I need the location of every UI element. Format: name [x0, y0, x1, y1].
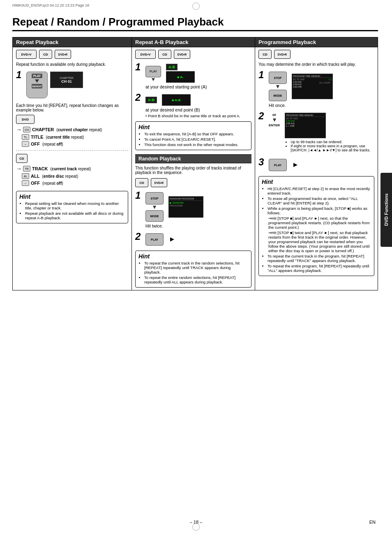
repeat-ab-header: Repeat A-B Playback [132, 37, 255, 47]
cd-icon-ab: CD [158, 50, 171, 59]
hint-list-repeat: Repeat setting will be cleared when movi… [19, 201, 125, 220]
random-step1-caption: Hit twice. [145, 223, 251, 228]
chapter-icon: CH [23, 127, 30, 132]
title-icon: TL [22, 134, 29, 140]
random-step1-num: 1 [135, 190, 143, 200]
ab-hint-1: To exit the sequence, hit [A-B] so that … [144, 132, 248, 136]
ab-step2: 2 A-B ■ A-B at your desired end point (B… [135, 93, 251, 118]
registration-mark-top [192, 2, 200, 10]
ab-hint-2: To cancel Point A, hit [CLEAR/C.RESET]. [144, 137, 248, 142]
step1-content: PLAY REPEAT CHAPTER CH 01 [26, 70, 128, 100]
random-intro: This function shuffles the playing order… [135, 166, 251, 175]
prog-step3: 3 PLAY [258, 157, 374, 173]
prog-step1: 1 STOP MODE PROGRAM TIME REMAIN [258, 70, 374, 108]
dvd-type-icon: DVD [16, 115, 35, 124]
prog-hint-list: Hit [CLEAR/C.RESET] at step 2) to erase … [262, 186, 371, 273]
disc-icons-random: CD DVD•R [135, 178, 251, 187]
hint-title-random: Hint [138, 253, 248, 260]
ab-step1-content: PLAY A-B ■ A- [145, 62, 251, 89]
track-icon: TR [23, 166, 30, 172]
dvdav-icon-ab: DVD•V [135, 50, 156, 59]
ab-hint-list: To exit the sequence, hit [A-B] so that … [138, 132, 248, 147]
random-step1-content: STOP MODE RANDOM PROGRAM ▶ RANDOM PROGRA… [145, 190, 251, 228]
ab-marker-a: A-B [166, 64, 178, 70]
random-hint-box: Hint To repeat the current track in the … [135, 251, 251, 288]
random-hint-2: To repeat the entire random selections, … [144, 275, 248, 284]
all-icon: AL [22, 173, 29, 179]
prog-note-1: Up to 99 tracks can be ordered. [291, 140, 374, 144]
programmed-intro: You may determine the order in which tra… [258, 62, 374, 67]
prog-step3-num: 3 [258, 157, 267, 167]
registration-mark-bottom [192, 523, 200, 531]
prog-step3-content: PLAY [269, 157, 374, 173]
prog-hint-4: ⇒Hit [STOP ■] and [PLAY ►] next, so that… [267, 216, 371, 230]
hint-item-1: Repeat setting will be cleared when movi… [25, 201, 125, 210]
ab-step1: 1 PLAY A-B ■ A- [135, 62, 251, 89]
ab-step2-num: 2 [135, 93, 143, 102]
ab-step2-content: A-B ■ A-B at your desired end point (B) … [145, 93, 251, 118]
remote-play-illus: PLAY REPEAT [26, 72, 48, 98]
off-icon-cd: – [22, 180, 29, 186]
hint-item-2: Repeat playback are not available with a… [25, 211, 125, 220]
page-footer-en: EN [369, 520, 376, 525]
ab-hint-box: Hint To exit the sequence, hit [A-B] so … [135, 121, 251, 150]
dvdr-icon-random: DVD•R [151, 178, 167, 187]
repeat-btn-illus: REPEAT [32, 84, 42, 88]
random-hint-1: To repeat the current track in the rando… [144, 261, 248, 274]
prog-step1-content: STOP MODE PROGRAM TIME REMAIN NO TR TIME [269, 70, 374, 108]
random-playback-header: Random Playback [135, 154, 251, 163]
random-step2: 2 PLAY [135, 232, 251, 247]
cd-icon-random: CD [135, 178, 148, 187]
repeat-playback-section: Repeat Playback DVD•V CD DVD•R Repeat fu… [13, 37, 132, 290]
play-btn-illus: PLAY [32, 74, 42, 78]
random-hint-list: To repeat the current track in the rando… [138, 261, 248, 284]
step1-number: 1 [16, 70, 24, 80]
dvdav-icon: DVD•V [16, 50, 37, 59]
prog-hint-6: To repeat the current track in the progr… [267, 254, 371, 263]
ab-step1-caption: at your desired starting point (A) [145, 84, 251, 89]
prog-step2: 2 or ENTER PROGRAM TIME REMAIN [258, 111, 374, 154]
chapter-display: CHAPTER CH 01 [50, 72, 83, 88]
random-step2-content: PLAY [145, 232, 251, 247]
ab-point-note: • Point B should be in the same title or… [145, 114, 251, 118]
prog-note-2: If eight or more tracks were in a progra… [291, 144, 374, 152]
dvdr-icon-ab: DVD•R [174, 50, 190, 59]
ab-step1-num: 1 [135, 62, 143, 72]
prog-step1-num: 1 [258, 70, 267, 80]
dvdr-icon: DVD•R [55, 50, 71, 59]
prog-step2-content: or ENTER PROGRAM TIME REMAIN NO TR TIME [269, 111, 374, 154]
repeat-desc: Each time you hit [REPEAT], repeat funct… [16, 103, 128, 112]
cd-icon: CD [39, 50, 52, 59]
prog-hint-1: Hit [CLEAR/C.RESET] at step 2) to erase … [267, 186, 371, 195]
prog-step1-caption: Hit once. [269, 103, 374, 108]
disc-icons-ab: DVD•V CD DVD•R [135, 50, 251, 59]
prog-hint-3: While a program is being played back, [S… [267, 206, 371, 215]
repeat-intro: Repeat function is available only during… [16, 62, 128, 67]
dvdr-icon-prog: DVD•R [274, 50, 291, 59]
disc-icons-programmed: CD DVD•R [258, 50, 374, 59]
cd-type-icon: CD [16, 154, 28, 163]
dvd-repeat-diagram: → CH CHAPTER (current chapter repeat) TL… [16, 126, 128, 147]
hint-title-repeat: Hint [19, 193, 125, 200]
repeat-hint-box: Hint Repeat setting will be cleared when… [16, 191, 128, 223]
dvd-functions-tab: DVD Functions [380, 173, 392, 247]
file-info: H98K0UD_EN/SP.qx3 04.12.20 13:23 Page 18 [12, 3, 89, 7]
hint-title-prog: Hint [262, 179, 371, 185]
repeat-step1: 1 PLAY REPEAT CHAP [16, 70, 128, 100]
page-title: Repeat / Random / Programmed Playback [12, 16, 378, 31]
hint-title-ab: Hint [138, 124, 248, 130]
ab-step2-caption: at your desired end point (B) [145, 107, 251, 112]
cd-icon-prog: CD [258, 50, 272, 59]
repeat-ab-section: Repeat A-B Playback DVD•V CD DVD•R 1 PLA… [132, 37, 255, 290]
random-step2-num: 2 [135, 232, 143, 241]
off-icon-dvd: – [22, 141, 29, 147]
main-content: Repeat Playback DVD•V CD DVD•R Repeat fu… [12, 37, 378, 290]
prog-hint-7: To repeat the entire program, hit [REPEA… [267, 264, 371, 273]
disc-icons-repeat: DVD•V CD DVD•R [16, 50, 128, 59]
programmed-header: Programmed Playback [255, 37, 378, 47]
prog-hint-2: To erase all programmed tracks at once, … [267, 196, 371, 205]
cd-repeat-diagram: → TR TRACK (current track repeat) AL ALL… [16, 165, 128, 186]
ab-hint-3: This function does not work in the other… [144, 142, 248, 147]
prog-hint-box: Hint Hit [CLEAR/C.RESET] at step 2) to e… [258, 176, 374, 276]
prog-hint-5: ⇒Hit [STOP ■] twice and [PLAY ►] next, s… [267, 230, 371, 253]
